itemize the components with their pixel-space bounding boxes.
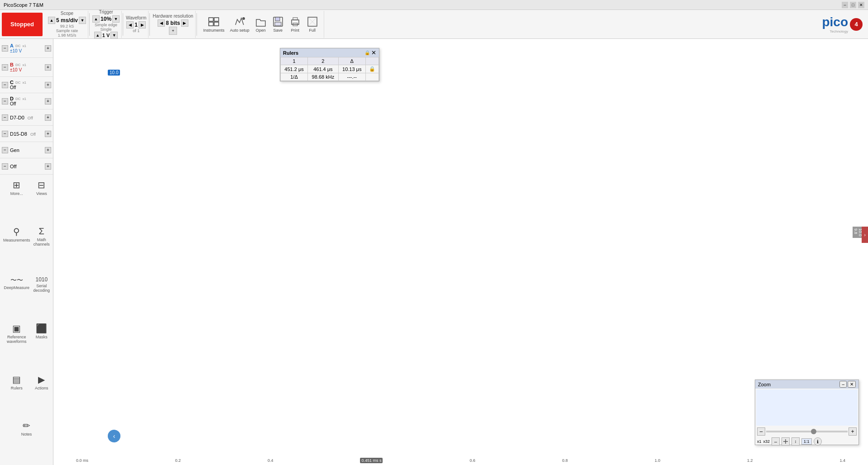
- print-button[interactable]: Print: [288, 15, 303, 33]
- hardware-increase[interactable]: ▶: [181, 19, 188, 27]
- waveform-canvas[interactable]: [53, 39, 868, 456]
- tool-measurements-label: Measurements: [3, 238, 30, 242]
- toolbar: Stopped Scope ▲ 5 ms/div ▼ 99.2 kS Sampl…: [0, 10, 868, 39]
- trigger-decrease[interactable]: ▲: [92, 15, 100, 23]
- channel-gen-plus[interactable]: +: [45, 147, 51, 153]
- zoom-bottom-controls: x1 x32 – ↕ 1:1 ℹ: [755, 437, 858, 446]
- views-icon: ⊟: [38, 180, 45, 190]
- zoom-cursor-button[interactable]: ↕: [791, 437, 800, 446]
- channel-gen-minus[interactable]: −: [2, 147, 8, 153]
- scope-label: Scope: [61, 11, 73, 16]
- close-button[interactable]: ✕: [858, 2, 864, 8]
- zoom-dialog: Zoom – ✕ – + x1: [755, 380, 859, 445]
- channel-off-plus[interactable]: +: [45, 163, 51, 170]
- tool-deep-measure[interactable]: 〜〜 DeepMeasure: [2, 273, 32, 319]
- rulers-r2-value: 98.68 kHz: [308, 73, 339, 81]
- channel-a-value-badge: 10.0: [108, 70, 120, 76]
- channel-b-x1: x1: [23, 63, 26, 67]
- maximize-button[interactable]: □: [850, 2, 856, 8]
- channel-d7d0-info: D7-D0 Off: [8, 115, 45, 120]
- channel-a-plus[interactable]: +: [45, 45, 51, 52]
- scope-increase[interactable]: ▼: [79, 17, 86, 24]
- nav-left-button[interactable]: ‹: [108, 430, 120, 442]
- tool-math-channels-label: Math channels: [34, 237, 50, 247]
- hardware-decrease[interactable]: ◀: [158, 19, 165, 27]
- measurements-icon: ⚲: [13, 226, 20, 237]
- channel-c-plus[interactable]: +: [45, 82, 51, 88]
- zoom-h-controls: – +: [755, 427, 858, 437]
- zoom-fit-button[interactable]: [782, 437, 790, 446]
- rulers-controls: 🔒 ✕: [364, 49, 376, 56]
- autosetup-button[interactable]: Auto setup: [228, 15, 251, 33]
- channel-c-x1: x1: [23, 81, 26, 85]
- reference-icon: ▣: [12, 323, 21, 334]
- channel-b-minus[interactable]: −: [2, 64, 8, 71]
- save-label: Save: [273, 28, 283, 33]
- zoom-minimize[interactable]: –: [839, 381, 847, 388]
- rulers-lock-button[interactable]: 🔒: [364, 49, 370, 56]
- stopped-button[interactable]: Stopped: [2, 13, 43, 36]
- channel-b-row: − B DC x1 ±10 V +: [0, 58, 53, 77]
- channel-d-name: D: [10, 96, 14, 101]
- waveform-increase[interactable]: ▶: [139, 21, 146, 28]
- tool-views[interactable]: ⊟ Views: [32, 176, 52, 223]
- tool-rulers[interactable]: ▤ Rulers: [2, 371, 32, 417]
- tool-notes[interactable]: ✏ Notes: [2, 417, 51, 463]
- instruments-button[interactable]: Instruments: [201, 15, 226, 33]
- zoom-waveform-canvas[interactable]: [756, 389, 858, 426]
- save-button[interactable]: Save: [270, 15, 286, 33]
- hardware-add[interactable]: +: [169, 27, 177, 35]
- tool-actions[interactable]: ▶ Actions: [32, 371, 52, 417]
- channel-d7d0-name: D7-D0: [10, 115, 24, 120]
- tool-measurements[interactable]: ⚲ Measurements: [2, 223, 32, 273]
- tool-serial-decoding[interactable]: 1010 Serial decoding: [32, 273, 52, 319]
- channel-a-name: A: [10, 43, 14, 48]
- zoom-h-minus[interactable]: –: [757, 427, 765, 436]
- channel-c-minus[interactable]: −: [2, 82, 8, 88]
- full-button[interactable]: Full: [305, 15, 320, 33]
- scope-canvas[interactable]: 10.0 V10.09.8 › Rulers 🔒 ✕ 1: [53, 39, 868, 456]
- channel-b-name: B: [10, 62, 14, 67]
- rulers-close-button[interactable]: ✕: [371, 49, 376, 56]
- channel-a-minus[interactable]: −: [2, 45, 8, 52]
- zoom-canvas[interactable]: [756, 389, 858, 426]
- scope-decrease[interactable]: ▲: [48, 17, 55, 24]
- tool-math-channels[interactable]: Σ Math channels: [32, 223, 52, 273]
- rulers-col1-header: 1: [281, 57, 308, 65]
- channel-d15d8-plus[interactable]: +: [45, 131, 51, 137]
- channel-d-minus[interactable]: −: [2, 98, 8, 104]
- channel-off-info: Off: [8, 164, 45, 169]
- trigger-v-increase[interactable]: ▼: [110, 32, 118, 39]
- zoom-info-button[interactable]: ℹ: [814, 437, 822, 446]
- full-icon: [307, 16, 318, 28]
- pico-text: pico: [822, 15, 848, 29]
- svg-rect-3: [214, 22, 219, 26]
- trigger-v-decrease[interactable]: ▲: [94, 32, 101, 39]
- waveform-decrease[interactable]: ◀: [126, 21, 134, 28]
- channel-d7d0-plus[interactable]: +: [45, 114, 51, 121]
- zoom-h-plus[interactable]: +: [849, 427, 857, 436]
- rulers-title: Rulers: [283, 50, 298, 56]
- zoom-h-thumb[interactable]: [811, 429, 816, 434]
- rulers-titlebar: Rulers 🔒 ✕: [280, 48, 379, 57]
- zoom-close[interactable]: ✕: [848, 381, 856, 388]
- trigger-increase[interactable]: ▼: [112, 15, 120, 23]
- tool-actions-label: Actions: [35, 386, 48, 390]
- tool-more[interactable]: ⊞ More...: [2, 176, 32, 223]
- rulers-r2-empty: [365, 73, 379, 81]
- right-edge-indicator[interactable]: ›: [862, 227, 868, 243]
- channel-d7d0-minus[interactable]: −: [2, 114, 8, 121]
- channel-d15d8-minus[interactable]: −: [2, 131, 8, 137]
- channel-b-plus[interactable]: +: [45, 64, 51, 71]
- open-button[interactable]: Open: [253, 15, 269, 33]
- rulers-dialog: Rulers 🔒 ✕ 1 2 Δ: [280, 48, 379, 81]
- zoom-out-button[interactable]: –: [772, 437, 780, 446]
- tool-reference[interactable]: ▣ Reference waveforms: [2, 320, 32, 370]
- zoom-ratio-button[interactable]: 1:1: [801, 438, 812, 445]
- minimize-button[interactable]: –: [842, 2, 848, 8]
- zoom-h-slider[interactable]: [766, 431, 848, 432]
- rulers-r2-dash: ---.--: [338, 73, 365, 81]
- channel-off-minus[interactable]: −: [2, 163, 8, 170]
- channel-d-plus[interactable]: +: [45, 98, 51, 104]
- tool-masks[interactable]: ⬛ Masks: [32, 320, 52, 370]
